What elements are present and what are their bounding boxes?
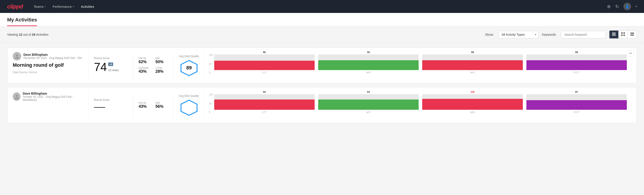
- round-score-label: Round Score: [94, 57, 128, 60]
- bar-putt-outer: [526, 54, 627, 70]
- bar-app-label-2: APP: [366, 111, 371, 114]
- svg-rect-7: [624, 34, 625, 36]
- svg-point-12: [15, 57, 19, 59]
- bar-ott-label: OTT: [262, 72, 267, 74]
- quality-label: Avg Shot Quality: [179, 55, 199, 58]
- add-button[interactable]: ⊕: [607, 4, 611, 9]
- svg-rect-5: [624, 32, 625, 34]
- svg-rect-1: [612, 34, 616, 34]
- chevron-down-icon: ▾: [73, 5, 74, 8]
- score-badge: +4: [108, 62, 113, 66]
- viewing-suffix: Activities: [36, 33, 48, 36]
- nav-activities[interactable]: Activities: [81, 3, 94, 10]
- card-stats: FW Hit 62% GIR 50% Up/Down 43% 1 Putt 28…: [133, 52, 174, 79]
- chart-y-labels: 100 50 0: [209, 54, 213, 74]
- svg-rect-8: [630, 32, 634, 33]
- fw-hit-value-2: 43%: [138, 104, 151, 109]
- gir-label: GIR: [156, 57, 168, 60]
- data-source: Data Source: Arccos: [13, 71, 83, 74]
- bar-putt: 89 PUTT: [526, 51, 627, 74]
- stat-gir-2: GIR 56%: [156, 102, 168, 109]
- nav-icons: ⊕ ↻ 👤 ▾: [607, 3, 637, 10]
- up-down-value: 43%: [138, 69, 151, 74]
- activity-type-select[interactable]: All Activity Types: [498, 31, 538, 38]
- bar-ott-inner-2: [214, 100, 315, 110]
- card-score-2: Round Score: [88, 92, 133, 118]
- svg-rect-6: [621, 34, 622, 36]
- stat-one-putt: 1 Putt 28%: [156, 66, 168, 74]
- stat-fw-hit-2: FW Hit 43%: [138, 102, 151, 109]
- bar-ott-outer-2: [214, 94, 315, 110]
- bar-app-label: APP: [366, 72, 371, 74]
- svg-rect-9: [630, 34, 634, 34]
- app-logo[interactable]: clippd: [7, 3, 23, 10]
- chart-y-labels-2: 100 50 0: [209, 94, 213, 114]
- gir-label-2: GIR: [156, 102, 168, 104]
- one-putt-label: 1 Putt: [156, 66, 168, 69]
- bar-app-2: 93 APP: [318, 90, 418, 114]
- card-score: Round Score 74 +4 18 Holes: [88, 52, 133, 79]
- bar-app: 90 APP: [318, 51, 418, 74]
- user-info-2: Dave Billingham October 16, 2021 · Gog M…: [23, 92, 83, 102]
- svg-rect-4: [621, 32, 622, 34]
- viewing-total: 29: [32, 33, 36, 36]
- gir-value: 50%: [156, 60, 168, 64]
- chart-bars-group-2: 94 OTT 93 APP 106: [214, 94, 627, 118]
- bar-ott-inner: [214, 61, 315, 70]
- navbar: clippd Teams ▾ Performance ▾ Activities …: [0, 0, 644, 13]
- list-icon: [630, 32, 634, 36]
- bar-ott-label-2: OTT: [262, 111, 267, 114]
- round-score-label-2: Round Score: [94, 98, 128, 102]
- bar-ott-value-2: 94: [263, 90, 266, 93]
- card-quality-2: Avg Shot Quality: [174, 92, 205, 118]
- keywords-label: Keywords:: [542, 33, 556, 36]
- nav-teams[interactable]: Teams ▾: [34, 3, 46, 10]
- avatar[interactable]: 👤: [624, 3, 631, 10]
- gir-value-2: 56%: [156, 104, 168, 109]
- y-label-50-2: 50: [209, 102, 213, 105]
- activity-title: Morning round of golf: [13, 62, 83, 68]
- view-list-dense-button[interactable]: [610, 30, 618, 38]
- bar-app-value-2: 93: [367, 90, 370, 93]
- card-chart-2: 100 50 0 94 OTT 93: [205, 92, 631, 118]
- fw-hit-label: FW Hit: [138, 57, 151, 60]
- fw-hit-label-2: FW Hit: [138, 102, 151, 104]
- bar-app-outer: [318, 54, 418, 70]
- quality-label-2: Avg Shot Quality: [179, 94, 199, 98]
- user-date-2: October 16, 2021 · Gog Magog Golf Club -…: [23, 95, 83, 102]
- bar-putt-inner-2: [526, 100, 627, 110]
- chevron-down-icon: ▾: [44, 5, 46, 8]
- avatar-chevron[interactable]: ▾: [636, 5, 637, 8]
- svg-point-11: [16, 54, 18, 57]
- svg-marker-17: [181, 100, 197, 115]
- bar-arg: 89 ARG: [422, 51, 522, 74]
- bar-putt-outer-2: [526, 94, 627, 110]
- avatar-2: [13, 92, 20, 101]
- bar-arg-outer: [422, 54, 522, 70]
- bar-putt-value-2: 87: [575, 90, 578, 93]
- nav-performance[interactable]: Performance ▾: [53, 3, 74, 10]
- view-list-button[interactable]: [628, 30, 637, 38]
- user-info: Dave Billingham December 05, 2021 · Gog …: [24, 53, 82, 60]
- card-left: Dave Billingham December 05, 2021 · Gog …: [13, 52, 88, 79]
- view-toggle: [609, 30, 637, 38]
- bar-ott: 85 OTT: [214, 51, 315, 74]
- user-name: Dave Billingham: [24, 53, 82, 56]
- card-quality: Avg Shot Quality 89: [174, 52, 205, 79]
- svg-point-16: [15, 98, 19, 99]
- main-content: ✏ Dave Billingham December 05, 2021 · Go…: [0, 43, 644, 128]
- activity-card: ✏ Dave Billingham December 05, 2021 · Go…: [7, 47, 637, 84]
- show-label: Show:: [485, 33, 494, 36]
- bar-arg-inner-2: [422, 99, 522, 110]
- viewing-text: Viewing 12 out of 29 Activities: [7, 33, 482, 36]
- bar-arg-label: ARG: [470, 72, 475, 74]
- bar-arg-value-2: 106: [470, 90, 474, 93]
- bar-putt-label: PUTT: [574, 72, 580, 74]
- score-number: 74: [94, 61, 107, 73]
- refresh-button[interactable]: ↻: [615, 4, 619, 9]
- user-icon-2: [14, 94, 19, 99]
- view-grid-button[interactable]: [618, 30, 628, 38]
- search-input[interactable]: [561, 31, 606, 38]
- bar-app-inner-2: [318, 100, 418, 110]
- avatar: [13, 52, 21, 60]
